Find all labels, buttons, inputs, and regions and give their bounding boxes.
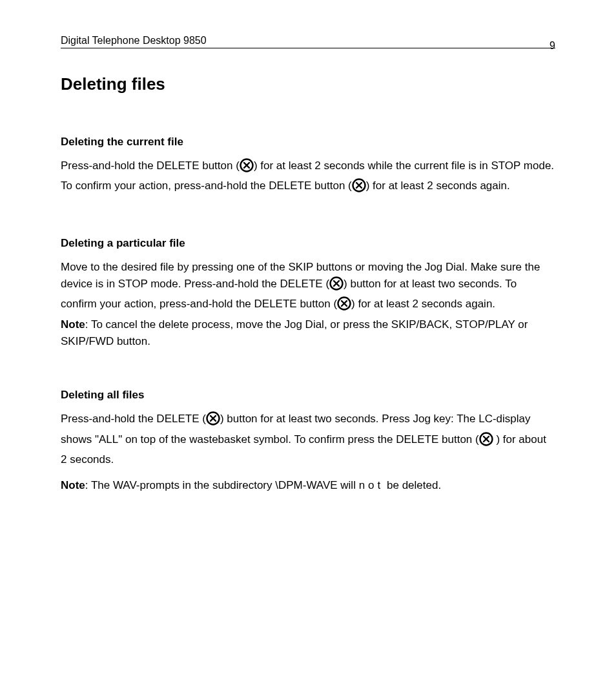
section-body: Move to the desired file by pressing one… xyxy=(61,259,555,351)
section-heading: Deleting all files xyxy=(61,389,555,402)
body-text: ) for at least 2 seconds again. xyxy=(366,179,510,192)
document-page: Digital Telephone Desktop 9850 9 Deletin… xyxy=(0,0,616,687)
delete-icon xyxy=(206,411,220,431)
delete-icon xyxy=(479,432,493,451)
delete-icon xyxy=(337,296,351,316)
note-text: be deleted. xyxy=(384,479,441,491)
main-heading: Deleting files xyxy=(61,74,555,94)
section-heading: Deleting a particular file xyxy=(61,237,555,250)
section-body: Press-and-hold the DELETE () button for … xyxy=(61,411,555,468)
body-text: Press-and-hold the DELETE ( xyxy=(61,413,206,425)
delete-icon xyxy=(352,178,366,198)
page-header: Digital Telephone Desktop 9850 9 xyxy=(61,35,555,48)
body-text: Press-and-hold the DELETE button ( xyxy=(61,159,240,172)
section-heading: Deleting the current file xyxy=(61,136,555,149)
delete-icon xyxy=(329,276,344,296)
note-text: : To cancel the delete process, move the… xyxy=(61,318,528,347)
note-label: Note xyxy=(61,318,85,331)
section-note: Note: The WAV-prompts in the subdirector… xyxy=(61,477,555,494)
page-number: 9 xyxy=(549,40,555,52)
section-body: Press-and-hold the DELETE button () for … xyxy=(61,158,555,198)
note-emphasis: not xyxy=(359,479,384,491)
delete-icon xyxy=(240,158,254,178)
note-text: : The WAV-prompts in the subdirectory \D… xyxy=(85,479,359,491)
header-title: Digital Telephone Desktop 9850 xyxy=(61,35,207,46)
note-label: Note xyxy=(61,479,85,491)
body-text: ) for at least 2 seconds again. xyxy=(351,298,495,310)
